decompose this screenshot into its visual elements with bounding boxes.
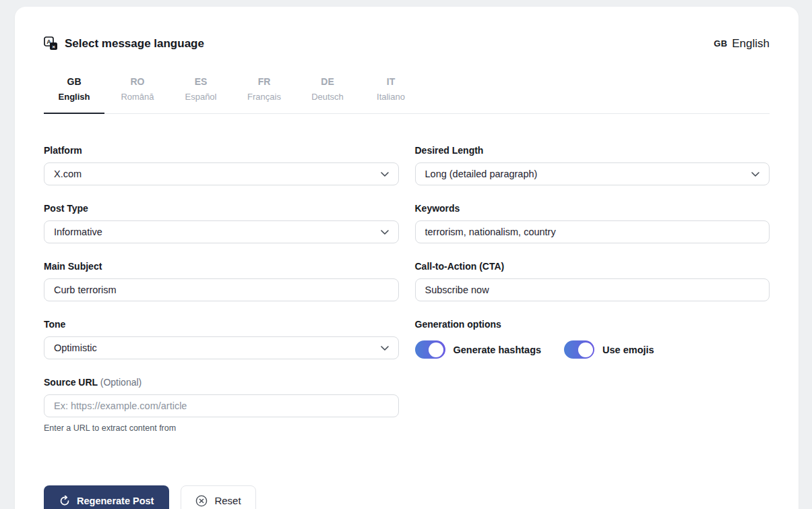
language-tabs: GB English RO Română ES Español FR Franç… xyxy=(44,76,770,114)
keywords-input[interactable] xyxy=(415,220,770,243)
tab-english[interactable]: GB English xyxy=(44,76,104,114)
main-subject-input[interactable] xyxy=(44,278,399,301)
chevron-down-icon xyxy=(751,172,759,177)
translate-icon: A × xyxy=(44,36,58,51)
post-settings-form: Platform X.com Post Type Informative xyxy=(44,145,770,450)
chevron-down-icon xyxy=(381,346,389,351)
generation-options-toggles: Generate hashtags Use emojis xyxy=(415,340,770,359)
post-type-select[interactable]: Informative xyxy=(44,220,399,243)
reset-button[interactable]: Reset xyxy=(181,485,255,509)
tab-deutsch[interactable]: DE Deutsch xyxy=(297,76,358,114)
regenerate-post-button[interactable]: Regenerate Post xyxy=(44,485,169,509)
keywords-label: Keywords xyxy=(415,203,770,214)
generation-options-label: Generation options xyxy=(415,319,770,330)
cta-input[interactable] xyxy=(415,278,770,301)
source-url-input[interactable] xyxy=(44,394,399,417)
desired-length-field: Desired Length Long (detailed paragraph) xyxy=(415,145,770,185)
post-type-field: Post Type Informative xyxy=(44,203,399,243)
svg-text:×: × xyxy=(52,44,55,50)
keywords-field: Keywords xyxy=(415,203,770,243)
x-circle-icon xyxy=(195,495,208,507)
main-subject-field: Main Subject xyxy=(44,261,399,301)
cta-field: Call-to-Action (CTA) xyxy=(415,261,770,301)
platform-label: Platform xyxy=(44,145,399,156)
form-right-column: Desired Length Long (detailed paragraph)… xyxy=(415,145,770,450)
tone-label: Tone xyxy=(44,319,399,330)
chevron-down-icon xyxy=(381,230,389,235)
generate-hashtags-label: Generate hashtags xyxy=(454,345,542,355)
current-language-name: English xyxy=(732,37,770,51)
tone-value: Optimistic xyxy=(54,342,97,353)
refresh-icon xyxy=(59,496,70,506)
generate-hashtags-toggle[interactable] xyxy=(415,340,445,359)
source-url-helper: Enter a URL to extract content from xyxy=(44,423,399,433)
source-url-field: Source URL (Optional) Enter a URL to ext… xyxy=(44,377,399,433)
generation-options-field: Generation options Generate hashtags Use… xyxy=(415,319,770,359)
post-type-value: Informative xyxy=(54,227,102,237)
current-language-code: GB xyxy=(714,38,727,49)
cta-label: Call-to-Action (CTA) xyxy=(415,261,770,272)
desired-length-label: Desired Length xyxy=(415,145,770,156)
desired-length-select[interactable]: Long (detailed paragraph) xyxy=(415,162,770,185)
tab-romana[interactable]: RO Română xyxy=(107,76,168,114)
use-emojis-label: Use emojis xyxy=(602,345,654,355)
tone-field: Tone Optimistic xyxy=(44,319,399,359)
use-emojis-toggle[interactable] xyxy=(564,340,594,359)
source-url-label: Source URL (Optional) xyxy=(44,377,399,388)
platform-select[interactable]: X.com xyxy=(44,162,399,185)
platform-value: X.com xyxy=(54,169,82,179)
post-type-label: Post Type xyxy=(44,203,399,214)
generate-hashtags-toggle-group: Generate hashtags xyxy=(415,340,542,359)
desired-length-value: Long (detailed paragraph) xyxy=(425,169,538,179)
form-actions: Regenerate Post Reset xyxy=(44,485,770,509)
form-left-column: Platform X.com Post Type Informative xyxy=(44,145,399,450)
tab-francais[interactable]: FR Français xyxy=(234,76,294,114)
toggle-knob xyxy=(578,342,593,357)
toggle-knob xyxy=(429,342,443,357)
tone-select[interactable]: Optimistic xyxy=(44,336,399,359)
main-subject-label: Main Subject xyxy=(44,261,399,272)
message-language-card: A × Select message language GB English G… xyxy=(15,7,799,509)
chevron-down-icon xyxy=(381,172,389,177)
current-language-indicator: GB English xyxy=(714,37,770,51)
platform-field: Platform X.com xyxy=(44,145,399,185)
card-header: A × Select message language GB English xyxy=(44,36,770,51)
tab-espanol[interactable]: ES Español xyxy=(170,76,231,114)
tab-italiano[interactable]: IT Italiano xyxy=(361,76,421,114)
use-emojis-toggle-group: Use emojis xyxy=(564,340,654,359)
page-title: Select message language xyxy=(65,37,204,51)
optional-hint: (Optional) xyxy=(100,377,142,388)
